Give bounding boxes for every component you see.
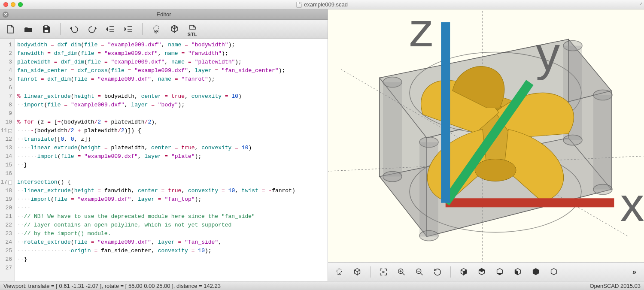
- code-line[interactable]: ··rotate_extrude(file = "example009.dxf"…: [17, 238, 325, 247]
- preview-button[interactable]: »: [150, 23, 162, 35]
- open-file-button[interactable]: [22, 23, 34, 35]
- svg-text:y: y: [536, 27, 560, 81]
- viewport-toolbar: »: [328, 262, 644, 281]
- view-front-button[interactable]: [529, 265, 543, 279]
- svg-text:x: x: [620, 177, 644, 231]
- zoom-window-icon[interactable]: [18, 2, 23, 7]
- code-line[interactable]: ················origin = fan_side_center…: [17, 247, 325, 255]
- viewport-3d[interactable]: x y z: [328, 9, 644, 262]
- line-gutter: 1234567891011-121314151617-1819202122232…: [0, 39, 15, 281]
- indent-button[interactable]: [122, 23, 134, 35]
- code-line[interactable]: fanwidth = dxf_dim(file = "example009.dx…: [17, 49, 325, 58]
- code-line[interactable]: [17, 109, 325, 118]
- code-line[interactable]: ··import(file = "example009.dxf", layer …: [17, 101, 325, 109]
- editor-panel: ✕ Editor » STL 123456789: [0, 9, 328, 281]
- code-line[interactable]: % linear_extrude(height = bodywidth, cen…: [17, 92, 325, 101]
- code-line[interactable]: ··// NB! We have to use the deprecated m…: [17, 212, 325, 221]
- export-stl-button[interactable]: STL: [186, 23, 198, 35]
- code-line[interactable]: ······import(file = "example009.dxf", la…: [17, 152, 325, 161]
- axis-widget: x y z: [354, 9, 644, 251]
- new-file-button[interactable]: [4, 23, 16, 35]
- save-file-button[interactable]: [40, 23, 52, 35]
- viewport-status-text: Viewport: translate = [ 0.61 -1.31 -2.07…: [3, 283, 221, 289]
- svg-point-37: [337, 269, 342, 273]
- code-line[interactable]: ····linear_extrude(height = platewidth, …: [17, 144, 325, 152]
- code-line[interactable]: [17, 84, 325, 92]
- window-titlebar: example009.scad ⤢: [0, 0, 644, 9]
- svg-rect-0: [44, 26, 48, 28]
- code-line[interactable]: ··}: [17, 161, 325, 169]
- svg-line-33: [446, 82, 530, 202]
- zoom-in-button[interactable]: [395, 265, 408, 279]
- window-controls: [3, 2, 23, 7]
- svg-point-38: [383, 271, 384, 273]
- code-editor[interactable]: 1234567891011-121314151617-1819202122232…: [0, 39, 328, 281]
- zoom-out-button[interactable]: [413, 265, 426, 279]
- undo-button[interactable]: [68, 23, 80, 35]
- code-line[interactable]: ··translate([0, 0, z]): [17, 135, 325, 144]
- code-line[interactable]: ··// by the import() module.: [17, 230, 325, 238]
- view-all-button[interactable]: [377, 265, 390, 279]
- editor-panel-title: Editor: [157, 11, 171, 18]
- svg-text:»: »: [155, 31, 158, 34]
- code-line[interactable]: fanrot = dxf_dim(file = "example009.dxf"…: [17, 75, 325, 84]
- view-bottom-button[interactable]: [493, 265, 507, 279]
- svg-text:z: z: [410, 9, 434, 57]
- close-window-icon[interactable]: [3, 2, 8, 7]
- code-line[interactable]: [17, 169, 325, 178]
- code-line[interactable]: bodywidth = dxf_dim(file = "example009.d…: [17, 41, 325, 49]
- document-icon: [296, 2, 302, 8]
- view-left-button[interactable]: [511, 265, 525, 279]
- reset-view-button[interactable]: [431, 265, 444, 279]
- code-line[interactable]: intersection() {: [17, 178, 325, 187]
- code-line[interactable]: ··linear_extrude(height = fanwidth, cent…: [17, 187, 325, 195]
- render-button[interactable]: [168, 23, 180, 35]
- vt-preview-button[interactable]: [332, 265, 346, 279]
- code-content[interactable]: bodywidth = dxf_dim(file = "example009.d…: [15, 39, 328, 281]
- view-top-button[interactable]: [475, 265, 489, 279]
- code-line[interactable]: ····import(file = "example009.dxf", laye…: [17, 195, 325, 204]
- code-line[interactable]: platewidth = dxf_dim(file = "example009.…: [17, 58, 325, 66]
- fullscreen-icon[interactable]: ⤢: [639, 1, 643, 6]
- window-title: example009.scad: [296, 1, 348, 8]
- code-line[interactable]: ··}: [17, 255, 325, 264]
- code-line[interactable]: ····: [17, 204, 325, 212]
- window-title-text: example009.scad: [304, 1, 348, 8]
- unindent-button[interactable]: [104, 23, 116, 35]
- code-line[interactable]: [17, 264, 325, 272]
- code-line[interactable]: ··// layer contains an open polyline, wh…: [17, 221, 325, 230]
- view-back-button[interactable]: [547, 265, 561, 279]
- code-line[interactable]: ····-(bodywidth/2 + platewidth/2)]) {: [17, 127, 325, 135]
- view-right-button[interactable]: [457, 265, 471, 279]
- svg-rect-1: [44, 30, 49, 33]
- code-line[interactable]: fan_side_center = dxf_cross(file = "exam…: [17, 66, 325, 75]
- editor-toolbar: » STL: [0, 20, 328, 39]
- viewport-panel: x y z »: [328, 9, 644, 281]
- close-panel-button[interactable]: ✕: [3, 12, 9, 18]
- app-version-text: OpenSCAD 2015.03: [589, 283, 641, 289]
- redo-button[interactable]: [86, 23, 98, 35]
- more-views-button[interactable]: »: [632, 268, 640, 276]
- svg-point-2: [154, 26, 159, 31]
- vt-render-button[interactable]: [350, 265, 364, 279]
- editor-header: ✕ Editor: [0, 9, 328, 20]
- minimize-window-icon[interactable]: [11, 2, 15, 7]
- status-bar: Viewport: translate = [ 0.61 -1.31 -2.07…: [0, 281, 644, 290]
- code-line[interactable]: % for (z = [+(bodywidth/2 + platewidth/2…: [17, 118, 325, 127]
